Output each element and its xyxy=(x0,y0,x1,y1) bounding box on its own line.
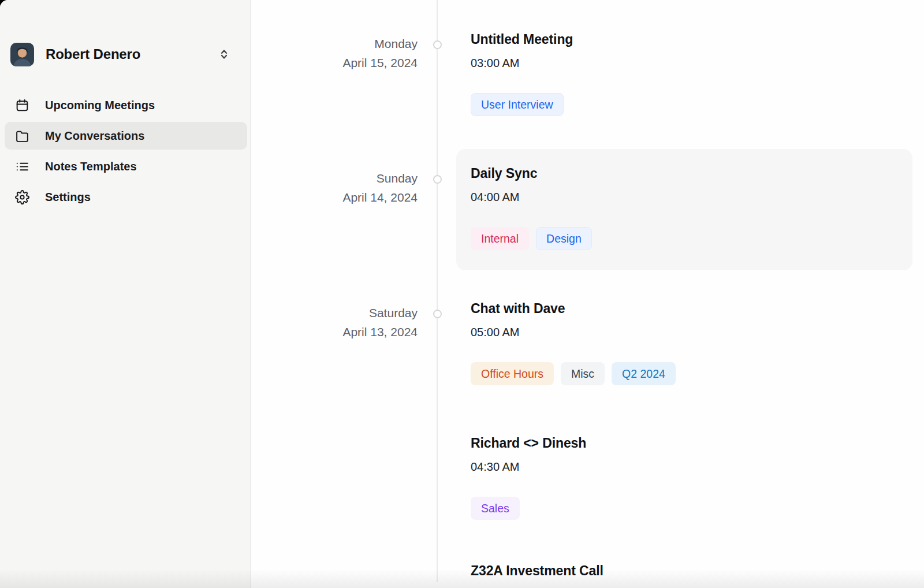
sidebar-item-upcoming-meetings[interactable]: Upcoming Meetings xyxy=(5,91,247,119)
avatar xyxy=(10,43,34,66)
meeting-time: 05:00 AM xyxy=(471,324,676,341)
timeline-dot-icon xyxy=(433,40,442,49)
tag-misc[interactable]: Misc xyxy=(561,362,605,385)
sidebar-nav: Upcoming Meetings My Conversations xyxy=(5,91,247,214)
timeline-dot-icon xyxy=(433,175,442,184)
meeting-title: Daily Sync xyxy=(471,164,592,183)
sidebar-item-settings[interactable]: Settings xyxy=(5,183,247,211)
tag-sales[interactable]: Sales xyxy=(471,497,520,520)
account-switcher[interactable]: Robert Denero xyxy=(10,42,241,67)
tag-office-hours[interactable]: Office Hours xyxy=(471,362,554,385)
meeting-item[interactable]: Untitled Meeting 03:00 AM User Interview xyxy=(471,30,573,116)
meetings-app-window: Robert Denero Upcoming Meeti xyxy=(0,0,924,588)
timeline-day: Sunday xyxy=(263,169,418,188)
meeting-time: 04:00 AM xyxy=(471,189,592,206)
tag-q2-2024[interactable]: Q2 2024 xyxy=(612,362,676,385)
timeline-date-group: Saturday April 13, 2024 xyxy=(263,303,418,341)
meeting-item[interactable]: Richard <> Dinesh 04:30 AM Sales xyxy=(471,434,586,520)
timeline-date: April 14, 2024 xyxy=(263,188,418,207)
calendar-icon xyxy=(15,98,29,113)
meeting-title: Chat with Dave xyxy=(471,299,676,318)
meeting-title: Richard <> Dinesh xyxy=(471,434,586,452)
meeting-title: Untitled Meeting xyxy=(471,30,573,49)
sidebar-item-label: My Conversations xyxy=(45,129,144,143)
sidebar-item-label: Settings xyxy=(45,191,91,204)
sidebar: Robert Denero Upcoming Meeti xyxy=(0,0,251,588)
sidebar-item-notes-templates[interactable]: Notes Templates xyxy=(5,152,247,180)
timeline-day: Saturday xyxy=(263,303,418,322)
sidebar-item-my-conversations[interactable]: My Conversations xyxy=(5,122,247,150)
sidebar-item-label: Upcoming Meetings xyxy=(45,99,155,112)
user-name: Robert Denero xyxy=(46,46,217,62)
folder-icon xyxy=(15,129,29,143)
timeline-date-group: Monday April 15, 2024 xyxy=(263,34,418,72)
timeline-date: April 15, 2024 xyxy=(263,53,418,72)
meeting-tags: User Interview xyxy=(471,93,573,116)
meeting-item[interactable]: Chat with Dave 05:00 AM Office Hours Mis… xyxy=(471,299,676,385)
chevrons-up-down-icon[interactable] xyxy=(217,47,231,61)
sidebar-item-label: Notes Templates xyxy=(45,160,137,173)
meeting-title: Z32A Investment Call xyxy=(471,561,603,580)
meeting-tags: Sales xyxy=(471,497,586,520)
tag-user-interview[interactable]: User Interview xyxy=(471,93,564,116)
timeline-line xyxy=(437,0,438,582)
meeting-tags: Office Hours Misc Q2 2024 xyxy=(471,362,676,385)
tag-design[interactable]: Design xyxy=(536,227,592,250)
meeting-item[interactable]: Z32A Investment Call xyxy=(471,561,603,580)
timeline-dot-icon xyxy=(433,310,442,318)
list-icon xyxy=(15,159,29,174)
timeline-day: Monday xyxy=(263,34,418,53)
timeline-date: April 13, 2024 xyxy=(263,322,418,341)
meeting-time: 03:00 AM xyxy=(471,55,573,72)
tag-internal[interactable]: Internal xyxy=(471,227,529,250)
meeting-item[interactable]: Daily Sync 04:00 AM Internal Design xyxy=(471,164,592,250)
gear-icon xyxy=(15,190,29,204)
timeline-date-group: Sunday April 14, 2024 xyxy=(263,169,418,207)
meeting-time: 04:30 AM xyxy=(471,459,586,475)
meeting-tags: Internal Design xyxy=(471,227,592,250)
